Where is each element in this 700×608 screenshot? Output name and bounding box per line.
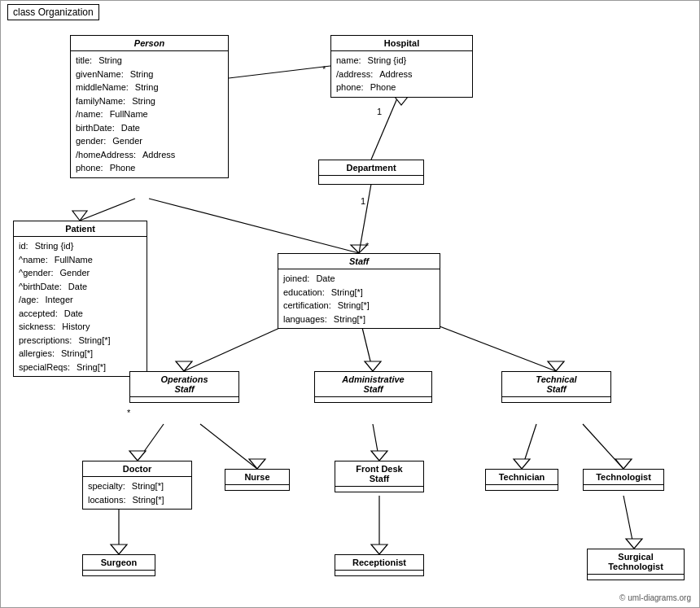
class-doctor-body: specialty:String[*] locations:String[*] [83,477,191,509]
class-patient-body: id:String {id} ^name:FullName ^gender:Ge… [14,237,147,376]
svg-line-2 [149,199,359,253]
svg-line-29 [229,66,330,78]
class-technical-staff: TechnicalStaff [501,371,611,403]
class-surgical-technologist: SurgicalTechnologist [587,549,685,580]
svg-line-0 [80,199,135,221]
class-surgeon: Surgeon [82,554,155,576]
class-hospital-header: Hospital [331,36,472,51]
class-technician-header: Technician [486,470,558,485]
class-surgical-technologist-header: SurgicalTechnologist [588,549,684,575]
class-front-desk-staff-body [335,487,423,492]
svg-marker-12 [548,361,564,371]
svg-marker-26 [371,545,387,554]
class-receptionist: Receptionist [335,554,424,576]
class-patient-header: Patient [14,221,147,237]
class-department-header: Department [319,160,423,176]
class-front-desk-staff: Front DeskStaff [335,461,424,492]
svg-marker-8 [176,361,192,371]
class-surgeon-body [83,571,155,575]
class-surgical-technologist-body [588,575,684,580]
class-nurse: Nurse [225,469,290,491]
class-staff: Staff joined:Date education:String[*] ce… [278,253,440,329]
class-technologist: Technologist [583,469,664,491]
class-hospital-body: name:String {id} /address:Address phone:… [331,51,472,97]
svg-marker-18 [371,451,387,461]
class-doctor-header: Doctor [83,461,191,477]
svg-line-4 [371,89,401,160]
class-staff-header: Staff [278,254,440,269]
mult-ops-star: * [127,408,130,418]
class-receptionist-header: Receptionist [335,555,423,571]
svg-line-27 [623,496,634,549]
svg-line-13 [138,424,164,461]
svg-marker-24 [111,545,127,554]
svg-marker-28 [626,539,642,549]
svg-marker-10 [365,361,381,371]
svg-marker-16 [249,459,265,469]
mult-dept-staff-star: * [365,241,369,251]
class-front-desk-staff-header: Front DeskStaff [335,461,423,487]
class-operations-staff: OperationsStaff [129,371,239,403]
class-person: Person title:String givenName:String mid… [70,35,229,178]
svg-marker-20 [514,459,530,469]
svg-marker-3 [351,245,367,253]
diagram-container: class Organization [0,0,700,608]
class-nurse-body [225,485,289,490]
svg-marker-22 [615,459,632,469]
class-staff-body: joined:Date education:String[*] certific… [278,269,440,328]
svg-line-19 [522,424,536,469]
class-department-body [319,176,423,184]
diagram-title: class Organization [7,4,99,20]
class-technician: Technician [485,469,558,491]
class-technical-staff-body [502,397,610,402]
mult-hospital-dept: 1 [377,107,382,116]
class-technologist-header: Technologist [584,470,663,485]
class-patient: Patient id:String {id} ^name:FullName ^g… [13,221,147,377]
class-operations-staff-body [130,397,238,402]
mult-dept-staff: 1 [361,196,365,206]
class-administrative-staff: AdministrativeStaff [314,371,432,403]
class-nurse-header: Nurse [225,470,289,485]
class-doctor: Doctor specialty:String[*] locations:Str… [82,461,192,510]
svg-line-15 [200,424,257,469]
class-technician-body [486,485,558,490]
class-operations-staff-header: OperationsStaff [130,372,238,397]
class-receptionist-body [335,571,423,575]
class-department: Department [318,160,424,185]
class-person-body: title:String givenName:String middleName… [71,51,228,177]
svg-line-17 [373,424,379,461]
svg-marker-1 [72,211,87,221]
mult-person-hospital-right: * [322,64,326,74]
class-technical-staff-header: TechnicalStaff [502,372,610,397]
class-administrative-staff-header: AdministrativeStaff [315,372,431,397]
class-surgeon-header: Surgeon [83,555,155,571]
svg-line-21 [583,424,623,469]
class-technologist-body [584,485,663,490]
class-person-header: Person [71,36,228,51]
class-hospital: Hospital name:String {id} /address:Addre… [330,35,473,98]
copyright: © uml-diagrams.org [619,593,691,602]
class-administrative-staff-body [315,397,431,402]
svg-marker-14 [129,451,146,461]
